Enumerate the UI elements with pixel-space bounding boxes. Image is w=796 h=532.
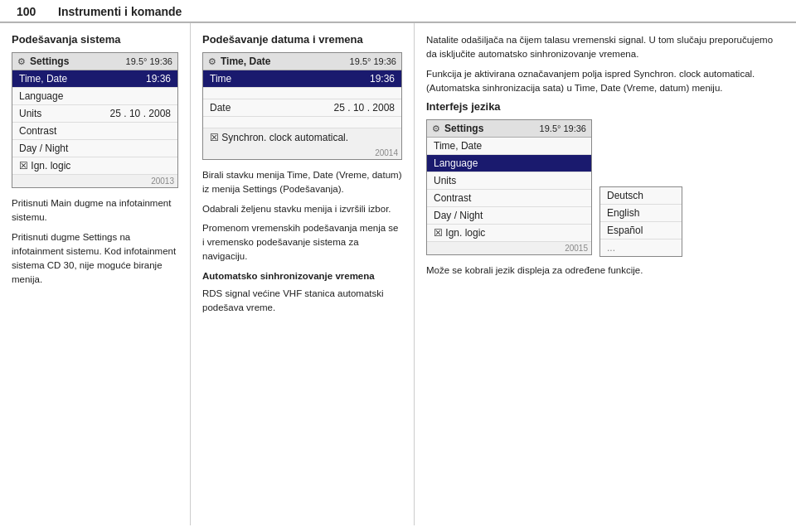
settings-header-2: ⚙ Time, Date 19.5° 19:36 [203, 53, 401, 70]
column-3: Natalite odašiljača na čijem talasu vrem… [415, 23, 796, 525]
section-title-2: Podešavanje datuma i vremena [202, 33, 402, 46]
settings-info-3: 19.5° 19:36 [540, 123, 586, 133]
row-label-date: Date [210, 102, 231, 114]
settings-row-ign-logic-1[interactable]: ☒ Ign. logic [12, 157, 177, 175]
row-label-units-1: Units [19, 108, 41, 119]
col2-para-4: RDS signal većine VHF stanica automatski… [202, 287, 402, 316]
page-header: 100 Instrumenti i komande [0, 0, 796, 22]
image-number-2: 20014 [203, 147, 401, 159]
synchron-row[interactable]: ☒ Synchron. clock automatical. [203, 128, 401, 147]
row-label-day-night-1: Day / Night [19, 143, 68, 154]
settings-box-1: ⚙ Settings 19.5° 19:36 Time, Date 19:36 … [12, 52, 178, 188]
col2-para-1: Birali stavku menija Time, Date (Vreme, … [202, 168, 402, 197]
row-value-time: 19:36 [370, 73, 395, 85]
settings-row-units-3[interactable]: Units [427, 172, 591, 190]
column-2: Podešavanje datuma i vremena ⚙ Time, Dat… [191, 23, 415, 525]
settings-row-language[interactable]: Language [12, 88, 177, 105]
settings-row-ign-3[interactable]: ☒ Ign. logic [427, 225, 591, 242]
row-label-units-3: Units [434, 175, 456, 186]
settings-row-contrast-3[interactable]: Contrast [427, 190, 591, 207]
page-number: 100 [17, 5, 50, 18]
col2-bold-1: Automatsko sinhronizovanje vremena [202, 269, 402, 283]
settings-title-2: Time, Date [221, 56, 270, 67]
settings-title-1: Settings [30, 56, 69, 67]
settings-header-3: ⚙ Settings 19.5° 19:36 [427, 120, 591, 138]
settings-row-time[interactable]: Time 19:36 [203, 70, 401, 88]
settings-icon-2: ⚙ [208, 56, 216, 67]
section-title-3: Interfejs jezika [426, 100, 784, 113]
settings-row-day-night-1[interactable]: Day / Night [12, 140, 177, 157]
settings-row-spacer2 [203, 117, 401, 128]
col2-para-2: Odabrali željenu stavku menija i izvršil… [202, 202, 402, 216]
lang-item-more[interactable]: ... [600, 239, 682, 256]
settings-box-3: ⚙ Settings 19.5° 19:36 Time, Date Langua… [426, 119, 592, 255]
col2-para-3: Promenom vremenskih podešavanja menja se… [202, 221, 402, 264]
column-1: Podešavanja sistema ⚙ Settings 19.5° 19:… [0, 23, 191, 525]
image-number-1: 20013 [12, 175, 177, 187]
col3-intro-2: Funkcija je aktivirana označavanjem polj… [426, 67, 784, 96]
content-area: Podešavanja sistema ⚙ Settings 19.5° 19:… [0, 23, 796, 525]
settings-info-2: 19.5° 19:36 [350, 56, 396, 66]
section-title-1: Podešavanja sistema [12, 33, 178, 46]
row-label-time-date-3: Time, Date [434, 140, 482, 152]
settings-box-2: ⚙ Time, Date 19.5° 19:36 Time 19:36 Date… [202, 52, 402, 160]
settings-title-3: Settings [444, 123, 483, 134]
image-number-3: 20015 [427, 242, 591, 254]
row-label-day-night-3: Day / Night [434, 210, 483, 221]
row-value-date: 25 . 10 . 2008 [334, 102, 395, 114]
language-submenu: Deutsch English Español ... [599, 186, 682, 257]
row-label-contrast-3: Contrast [434, 192, 471, 204]
settings-row-date[interactable]: Date 25 . 10 . 2008 [203, 99, 401, 117]
lang-item-deutsch[interactable]: Deutsch [600, 187, 682, 205]
settings-row-units-1[interactable]: Units 25 . 10 . 2008 [12, 105, 177, 123]
settings-row-contrast-1[interactable]: Contrast [12, 123, 177, 140]
settings-info-1: 19.5° 19:36 [126, 56, 172, 66]
settings-row-time-date[interactable]: Time, Date 19:36 [12, 70, 177, 88]
settings-row-language-3[interactable]: Language Deutsch English Español ... [427, 155, 591, 172]
row-label-language-3: Language [434, 157, 478, 169]
row-value-time-date: 19:36 [146, 73, 171, 85]
row-label-time-date: Time, Date [19, 73, 67, 85]
row-value-units-1: 25 . 10 . 2008 [110, 108, 171, 119]
col1-para-2: Pritisnuti dugme Settings na infotainmen… [12, 230, 178, 288]
settings-row-day-night-3[interactable]: Day / Night [427, 207, 591, 225]
settings-header-1: ⚙ Settings 19.5° 19:36 [12, 53, 177, 70]
row-label-time: Time [210, 73, 231, 85]
page-title: Instrumenti i komande [58, 5, 182, 18]
col3-intro-1: Natalite odašiljača na čijem talasu vrem… [426, 33, 784, 62]
row-label-ign-1: ☒ Ign. logic [19, 160, 70, 172]
settings-row-time-date-3[interactable]: Time, Date [427, 138, 591, 155]
row-label-contrast-1: Contrast [19, 125, 56, 137]
row-label-ign-3: ☒ Ign. logic [434, 227, 485, 239]
settings-icon-3: ⚙ [432, 123, 440, 134]
col3-footer: Može se kobrali jezik displeja za određe… [426, 264, 784, 278]
col1-para-1: Pritisnuti Main dugme na infotainment si… [12, 196, 178, 225]
lang-item-english[interactable]: English [600, 205, 682, 222]
settings-icon-1: ⚙ [17, 56, 26, 67]
settings-row-spacer1 [203, 88, 401, 99]
row-label-language: Language [19, 90, 63, 102]
lang-item-espanol[interactable]: Español [600, 222, 682, 239]
synchron-text: ☒ Synchron. clock automatical. [210, 132, 348, 143]
